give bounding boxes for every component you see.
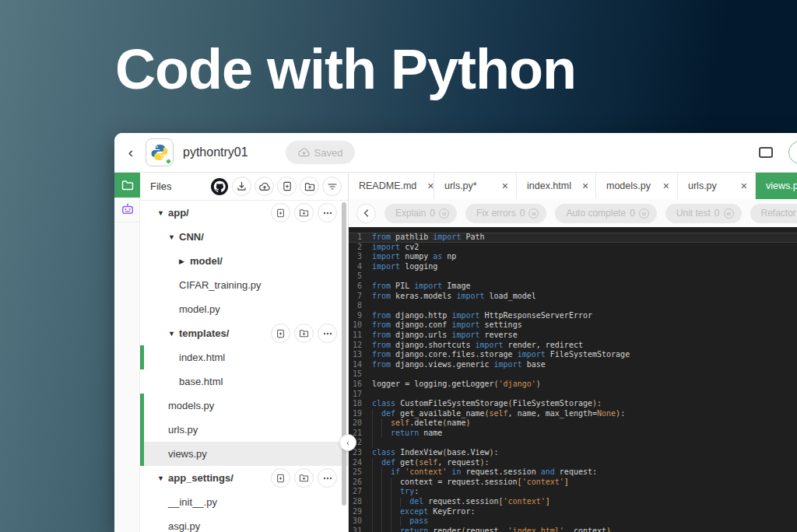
code-line-7[interactable]: 7from keras.models import load_model (349, 292, 797, 302)
line-content: from PIL import Image (372, 282, 470, 292)
chevron-down-icon[interactable]: ▼ (168, 330, 179, 338)
token: django.conf (391, 320, 451, 329)
code-line-8[interactable]: 8 (349, 301, 797, 311)
screen-layout-icon[interactable] (759, 147, 773, 158)
code-line-5[interactable]: 5 (349, 271, 797, 282)
code-line-18[interactable]: 18class CustomFileSystemStorage(FileSyst… (349, 399, 797, 409)
rail-files-button[interactable] (114, 173, 140, 198)
close-icon[interactable]: × (582, 180, 588, 192)
tree-item-cnn[interactable]: ▼CNN/ (140, 225, 348, 249)
token: import (451, 311, 479, 320)
more-icon[interactable] (318, 324, 337, 343)
line-content: from django.conf import settings (372, 320, 522, 331)
new-folder-icon[interactable] (294, 203, 314, 222)
tree-item-cifar-training-py[interactable]: CIFAR_training.py (140, 273, 348, 297)
new-folder-icon[interactable] (294, 324, 314, 343)
rail-ai-assistant-button[interactable] (114, 198, 140, 222)
close-icon[interactable]: × (427, 180, 434, 192)
code-line-25[interactable]: 25if 'context' in request.session and re… (349, 467, 797, 478)
code-line-9[interactable]: 9from django.http import HttpResponseSer… (349, 311, 797, 321)
new-folder-icon[interactable] (300, 177, 319, 196)
back-button[interactable]: ‹ (119, 144, 142, 161)
code-line-26[interactable]: 26context = request.session['context'] (349, 478, 797, 488)
new-folder-icon[interactable] (294, 468, 314, 488)
code-line-29[interactable]: 29except KeyError: (349, 507, 797, 517)
refactor-button[interactable]: Refactor0w (750, 204, 797, 223)
code-line-17[interactable]: 17 (349, 390, 797, 400)
code-line-21[interactable]: 21return name (349, 429, 797, 439)
code-line-13[interactable]: 13from django.core.files.storage import … (349, 350, 797, 360)
tree-item-base-html[interactable]: base.html (140, 369, 348, 394)
close-icon[interactable]: × (502, 180, 508, 192)
code-line-30[interactable]: 30pass (349, 516, 797, 527)
saved-button[interactable]: Saved (286, 141, 356, 164)
tab-readme-md[interactable]: README.md× (349, 173, 434, 199)
cloud-upload-icon[interactable] (255, 177, 274, 196)
tab-urls-py[interactable]: urls.py× (678, 173, 756, 199)
tree-item--init-py[interactable]: __init__.py (140, 490, 348, 514)
download-icon[interactable] (232, 177, 251, 196)
code-line-11[interactable]: 11from django.urls import reverse (349, 331, 797, 341)
ai-buttons: Explain0wFix errors0wAuto complete0wUnit… (384, 204, 797, 223)
code-line-14[interactable]: 14from django.views.generic import base (349, 360, 797, 370)
tree-scrollbar[interactable] (342, 201, 347, 532)
tree-item-model-py[interactable]: model.py (140, 297, 348, 321)
code-line-23[interactable]: 23class IndexView(base.View): (349, 448, 797, 458)
explain-button[interactable]: Explain0w (384, 204, 457, 223)
toolbar-back-button[interactable] (356, 204, 376, 223)
new-file-icon[interactable] (271, 324, 290, 343)
tab-urls-py[interactable]: urls.py*× (434, 173, 517, 199)
tree-item-asgi-py[interactable]: asgi.py (140, 514, 348, 532)
tab-views-p[interactable]: views.p× (756, 173, 797, 199)
panel-collapse-handle[interactable]: ‹ (339, 434, 356, 451)
code-line-28[interactable]: 28del request.session['context'] (349, 497, 797, 507)
code-line-2[interactable]: 2import cv2 (349, 243, 797, 253)
close-icon[interactable]: × (741, 180, 747, 192)
code-line-1[interactable]: 1from pathlib import Path (349, 233, 797, 243)
chevron-down-icon[interactable]: ▼ (157, 209, 168, 217)
chevron-down-icon[interactable]: ▼ (168, 233, 179, 241)
code-line-27[interactable]: 27try: (349, 487, 797, 497)
code-editor[interactable]: 1from pathlib import Path2import cv23imp… (349, 227, 797, 532)
code-line-19[interactable]: 19def get_available_name(self, name, max… (349, 409, 797, 419)
filter-icon[interactable] (322, 177, 342, 196)
tree-item-app-settings[interactable]: ▼app_settings/ (140, 466, 348, 490)
pill-label: Fix errors (476, 208, 516, 219)
code-line-22[interactable]: 22 (349, 438, 797, 448)
new-file-icon[interactable] (271, 468, 290, 488)
code-line-4[interactable]: 4import logging (349, 262, 797, 272)
code-line-31[interactable]: 31return render(request, 'index.html', c… (349, 527, 797, 532)
github-icon[interactable] (209, 177, 229, 196)
code-line-20[interactable]: 20self.delete(name) (349, 418, 797, 429)
close-icon[interactable]: × (663, 180, 669, 192)
unit-test-button[interactable]: Unit test0w (665, 204, 742, 223)
code-line-12[interactable]: 12from django.shortcuts import render, r… (349, 341, 797, 351)
code-line-3[interactable]: 3import numpy as np (349, 252, 797, 262)
code-line-10[interactable]: 10from django.conf import settings (349, 320, 797, 331)
token: Path (461, 233, 484, 241)
code-line-6[interactable]: 6from PIL import Image (349, 282, 797, 292)
tree-item-index-html[interactable]: index.html (140, 345, 348, 369)
partial-green-button[interactable] (788, 141, 797, 164)
app-window: ‹ pythontry01 Saved (114, 133, 797, 532)
tree-item-models-py[interactable]: models.py (140, 394, 348, 418)
more-icon[interactable] (318, 468, 337, 488)
tab-models-py[interactable]: models.py× (596, 173, 678, 199)
tree-item-views-py[interactable]: views.py (140, 442, 348, 466)
chevron-right-icon[interactable]: ▶ (179, 257, 190, 265)
code-line-15[interactable]: 15 (349, 369, 797, 380)
fix-errors-button[interactable]: Fix errors0w (465, 204, 546, 223)
new-file-icon[interactable] (271, 203, 290, 222)
code-line-24[interactable]: 24def get(self, request): (349, 458, 797, 468)
new-file-icon[interactable] (277, 177, 297, 196)
more-icon[interactable] (318, 203, 337, 222)
chevron-down-icon[interactable]: ▼ (157, 474, 168, 482)
code-line-16[interactable]: 16logger = logging.getLogger('django') (349, 380, 797, 390)
tree-item-urls-py[interactable]: urls.py (140, 418, 348, 442)
auto-complete-button[interactable]: Auto complete0w (555, 204, 656, 223)
tree-item-templates[interactable]: ▼templates/ (140, 321, 348, 345)
indent-guide (372, 438, 381, 448)
tree-item-model[interactable]: ▶model/ (140, 249, 348, 273)
tree-item-app[interactable]: ▼app/ (140, 201, 348, 225)
tab-index-html[interactable]: index.html× (517, 173, 596, 199)
